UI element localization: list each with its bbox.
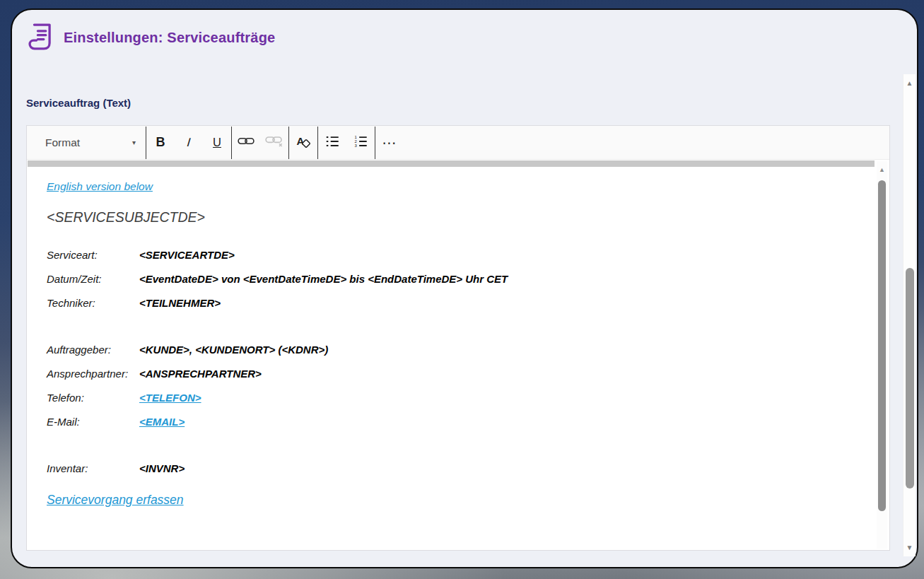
toolbar-shadow-bar (28, 160, 875, 167)
format-dropdown[interactable]: Format ▾ (27, 126, 146, 159)
template-row: Auftraggeber:<KUNDE>, <KUNDENORT> (<KDNR… (47, 337, 857, 361)
rich-text-editor: Format ▾ B I U (26, 125, 890, 551)
row-label: Inventar: (47, 462, 139, 474)
numbered-list-button[interactable]: 1 2 3 (346, 129, 375, 157)
script-document-icon (25, 21, 57, 54)
servicevorgang-erfassen-link[interactable]: Servicevorgang erfassen (47, 493, 184, 508)
template-row: Techniker:<TEILNEHMER> (47, 291, 857, 315)
english-version-link[interactable]: English version below (47, 180, 153, 193)
scroll-up-icon[interactable]: ▲ (877, 166, 887, 173)
row-value: <INVNR> (139, 462, 185, 474)
page-title: Einstellungen: Serviceaufträge (64, 30, 275, 46)
row-label: Datum/Zeit: (47, 273, 139, 285)
chevron-down-icon: ▾ (132, 139, 136, 146)
svg-text:3: 3 (355, 144, 358, 148)
editor-scrollbar-thumb[interactable] (878, 180, 886, 511)
row-label: Telefon: (47, 392, 139, 404)
scroll-down-icon[interactable]: ▼ (903, 544, 916, 551)
template-row: E-Mail:<EMAIL> (47, 409, 857, 433)
template-row: Telefon:<TELEFON> (47, 385, 857, 409)
template-row: Serviceart:<SERVICEARTDE> (47, 242, 857, 267)
row-label: Techniker: (47, 297, 139, 309)
row-value: <ANSPRECHPARTNER> (139, 368, 262, 380)
row-value: <TEILNEHMER> (139, 297, 221, 309)
subject-placeholder: <SERVICESUBJECTDE> (47, 209, 857, 226)
remove-format-icon: A (295, 133, 312, 153)
row-value-link[interactable]: <EMAIL> (139, 416, 185, 428)
editor-content-area[interactable]: English version below <SERVICESUBJECTDE>… (47, 167, 857, 549)
remove-format-button[interactable]: A (289, 129, 317, 157)
bulleted-list-button[interactable] (318, 129, 346, 157)
settings-window: Einstellungen: Serviceaufträge Serviceau… (11, 8, 918, 568)
format-dropdown-label: Format (45, 136, 80, 149)
row-label: Ansprechpartner: (47, 368, 139, 380)
link-icon (238, 136, 255, 149)
template-rows: Serviceart:<SERVICEARTDE>Datum/Zeit:<Eve… (47, 242, 857, 480)
row-label: E-Mail: (47, 416, 139, 428)
page-scrollbar[interactable]: ▲ ▼ (903, 74, 916, 556)
field-label-serviceauftrag-text: Serviceauftrag (Text) (26, 97, 131, 109)
template-row: Ansprechpartner:<ANSPRECHPARTNER> (47, 361, 857, 385)
bulleted-list-icon (324, 134, 340, 152)
row-value: <EventDateDE> von <EventDateTimeDE> bis … (139, 273, 508, 285)
row-label: Auftraggeber: (47, 344, 139, 356)
unlink-button[interactable] (260, 129, 288, 157)
unlink-icon (265, 135, 283, 151)
underline-button[interactable]: U (203, 129, 231, 157)
numbered-list-icon: 1 2 3 (353, 134, 368, 152)
bold-button[interactable]: B (146, 129, 175, 157)
row-value-link[interactable]: <TELEFON> (139, 392, 201, 404)
editor-scrollbar[interactable]: ▲ (877, 161, 887, 549)
row-value: <KUNDE>, <KUNDENORT> (<KDNR>) (139, 344, 328, 356)
editor-toolbar: Format ▾ B I U (27, 126, 889, 160)
scroll-up-icon[interactable]: ▲ (903, 79, 916, 87)
more-options-button[interactable]: ⋯ (375, 129, 404, 157)
template-row: Datum/Zeit:<EventDateDE> von <EventDateT… (47, 267, 857, 291)
italic-button[interactable]: I (173, 129, 204, 157)
link-button[interactable] (232, 129, 260, 157)
template-row: Inventar:<INVNR> (47, 456, 857, 480)
row-value: <SERVICEARTDE> (139, 249, 235, 261)
row-label: Serviceart: (47, 249, 139, 261)
page-scrollbar-thumb[interactable] (906, 268, 914, 489)
